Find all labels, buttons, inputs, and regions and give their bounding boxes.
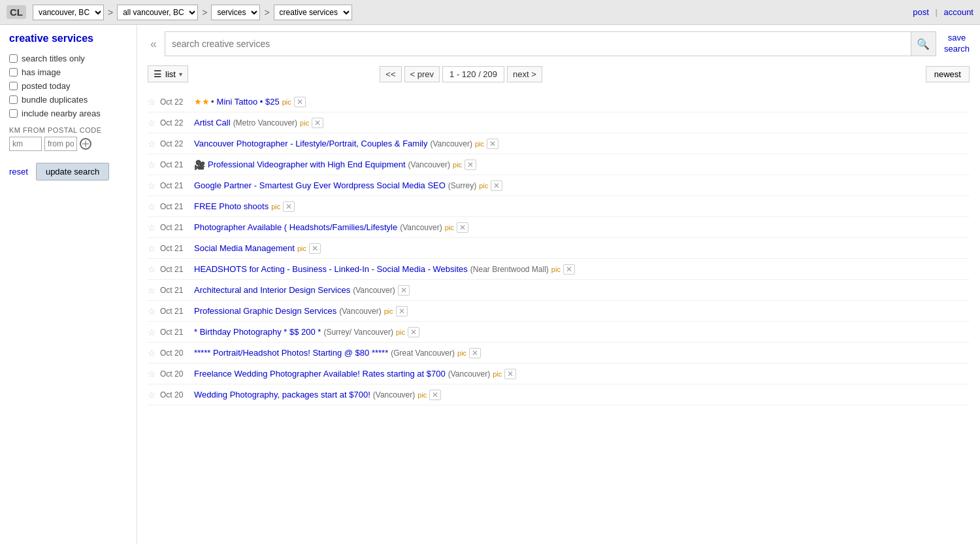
first-page-button[interactable]: <<	[380, 66, 401, 82]
listing-title-link[interactable]: Google Partner - Smartest Guy Ever Wordp…	[194, 180, 446, 190]
listing-close-icon[interactable]: ✕	[491, 180, 502, 191]
chevron-down-icon: ▾	[179, 71, 182, 78]
listing-date: Oct 21	[160, 160, 190, 169]
km-section: KM FROM POSTAL CODE	[9, 126, 129, 151]
listing-title-link[interactable]: Photographer Available ( Headshots/Famil…	[194, 222, 397, 232]
newest-button[interactable]: newest	[926, 66, 970, 82]
region2-select[interactable]: all vancouver, BC	[117, 5, 198, 20]
main-layout: creative services search titles only has…	[0, 25, 980, 544]
listing-title-link[interactable]: Professional Videographer with High End …	[208, 160, 406, 169]
filter-checkbox-nearby[interactable]	[9, 109, 18, 118]
listing-pic-link[interactable]: pic	[445, 224, 454, 231]
search-button[interactable]: 🔍	[911, 31, 936, 56]
listing-close-icon[interactable]: ✕	[465, 160, 476, 170]
listing-title-link[interactable]: Mini Tattoo • $25	[217, 97, 280, 107]
filter-checkbox-posted-today[interactable]	[9, 82, 18, 90]
favorite-star-icon[interactable]: ☆	[148, 306, 156, 316]
listing-title-link[interactable]: Architectural and Interior Design Servic…	[194, 285, 350, 295]
listing-title-link[interactable]: Vancouver Photographer - Lifestyle/Portr…	[194, 139, 427, 148]
listing-pic-link[interactable]: pic	[475, 140, 484, 148]
category1-select[interactable]: services	[211, 5, 260, 20]
listing-pic-link[interactable]: pic	[396, 328, 405, 336]
filter-checkbox-bundle-dup[interactable]	[9, 95, 18, 104]
sep2: >	[202, 7, 207, 18]
listing-title-link[interactable]: Freelance Wedding Photographer Available…	[194, 369, 446, 379]
listing-date: Oct 21	[160, 223, 190, 232]
listing-title-link[interactable]: Artist Call	[194, 118, 231, 128]
filter-checkbox-has-image[interactable]	[9, 68, 18, 76]
favorite-star-icon[interactable]: ☆	[148, 118, 156, 128]
favorite-star-icon[interactable]: ☆	[148, 327, 156, 337]
listing-close-icon[interactable]: ✕	[408, 327, 419, 337]
listing-item: ☆Oct 21Architectural and Interior Design…	[148, 280, 970, 301]
listing-close-icon[interactable]: ✕	[396, 306, 408, 316]
search-input[interactable]	[165, 31, 911, 56]
listing-close-icon[interactable]: ✕	[294, 97, 306, 107]
save-search-link[interactable]: save search	[944, 33, 970, 55]
listing-pic-link[interactable]: pic	[457, 349, 466, 357]
listing-close-icon[interactable]: ✕	[398, 285, 410, 296]
listing-close-icon[interactable]: ✕	[563, 264, 575, 275]
listing-location: (Great Vancouver)	[391, 348, 455, 358]
km-input[interactable]	[9, 137, 42, 151]
listing-date: Oct 20	[160, 348, 190, 358]
update-search-button[interactable]: update search	[36, 163, 109, 180]
listing-date: Oct 22	[160, 118, 190, 128]
listing-pic-link[interactable]: pic	[417, 391, 427, 399]
listing-close-icon[interactable]: ✕	[283, 201, 295, 212]
postal-input[interactable]	[44, 137, 77, 151]
listing-pic-link[interactable]: pic	[479, 182, 488, 190]
listing-item: ☆Oct 21* Birthday Photography * $$ 200 *…	[148, 322, 970, 343]
filter-item-nearby: include nearby areas	[9, 109, 129, 118]
category2-select[interactable]: creative services	[274, 5, 352, 20]
listing-title-link[interactable]: * Birthday Photography * $$ 200 *	[194, 327, 321, 337]
collapse-button[interactable]: «	[148, 35, 159, 54]
reset-button[interactable]: reset	[9, 167, 28, 177]
listing-pic-link[interactable]: pic	[453, 161, 462, 169]
favorite-star-icon[interactable]: ☆	[148, 369, 156, 379]
favorite-star-icon[interactable]: ☆	[148, 139, 156, 149]
listing-close-icon[interactable]: ✕	[487, 139, 498, 149]
favorite-star-icon[interactable]: ☆	[148, 243, 156, 254]
listing-pic-link[interactable]: pic	[297, 245, 306, 252]
listing-title-link[interactable]: HEADSHOTS for Acting - Business - Linked…	[194, 264, 468, 274]
listing-close-icon[interactable]: ✕	[312, 118, 323, 128]
listing-title-link[interactable]: Social Media Management	[194, 243, 295, 253]
listing-close-icon[interactable]: ✕	[309, 243, 321, 254]
post-link[interactable]: post	[913, 7, 929, 17]
listing-close-icon[interactable]: ✕	[504, 369, 516, 379]
listing-title-link[interactable]: ***** Portrait/Headshot Photos! Starting…	[194, 348, 388, 358]
filter-checkbox-titles-only[interactable]	[9, 54, 18, 63]
favorite-star-icon[interactable]: ☆	[148, 348, 156, 358]
listing-close-icon[interactable]: ✕	[457, 222, 468, 233]
favorite-star-icon[interactable]: ☆	[148, 180, 156, 191]
view-toggle-button[interactable]: ☰ list ▾	[148, 65, 188, 82]
favorite-star-icon[interactable]: ☆	[148, 390, 156, 400]
prev-page-button[interactable]: < prev	[404, 66, 440, 82]
listing-pic-link[interactable]: pic	[300, 119, 309, 127]
listing-title-link[interactable]: Professional Graphic Design Services	[194, 306, 336, 316]
listing-pic-link[interactable]: pic	[271, 203, 280, 211]
region1-select[interactable]: vancouver, BC	[33, 5, 104, 20]
next-page-button[interactable]: next >	[507, 66, 542, 82]
listing-close-icon[interactable]: ✕	[469, 348, 481, 358]
favorite-star-icon[interactable]: ☆	[148, 201, 156, 212]
favorite-star-icon[interactable]: ☆	[148, 160, 156, 170]
listing-title-link[interactable]: FREE Photo shoots	[194, 201, 269, 211]
listing-pic-link[interactable]: pic	[282, 98, 291, 106]
listing-pic-link[interactable]: pic	[551, 265, 561, 273]
filter-item-titles-only: search titles only	[9, 54, 129, 63]
location-crosshair-icon[interactable]	[80, 138, 91, 150]
favorite-star-icon[interactable]: ☆	[148, 222, 156, 233]
favorite-star-icon[interactable]: ☆	[148, 285, 156, 296]
listing-title-link[interactable]: Wedding Photography, packages start at $…	[194, 390, 370, 400]
listing-pic-link[interactable]: pic	[493, 370, 502, 378]
listing-location: (Vancouver)	[408, 160, 450, 169]
favorite-star-icon[interactable]: ☆	[148, 97, 156, 107]
favorite-star-icon[interactable]: ☆	[148, 264, 156, 275]
account-link[interactable]: account	[943, 7, 973, 17]
listing-close-icon[interactable]: ✕	[429, 390, 441, 400]
listing-pic-link[interactable]: pic	[384, 307, 393, 315]
view-label: list	[165, 69, 176, 79]
listing-location: (Vancouver)	[339, 307, 381, 316]
